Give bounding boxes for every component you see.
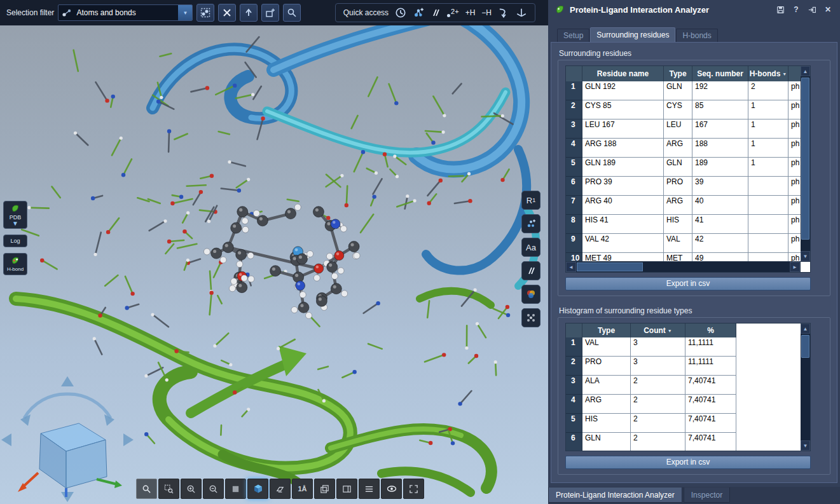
dock-layout-button[interactable] bbox=[336, 479, 357, 499]
cell-seq[interactable]: 49 bbox=[692, 253, 748, 262]
cell-type[interactable]: ARG bbox=[664, 139, 692, 158]
table-row[interactable]: 4 ARG 2 7,40741 bbox=[566, 395, 736, 414]
remove-hydrogens-button[interactable]: −H bbox=[481, 8, 492, 17]
cell-hbonds[interactable]: 1 bbox=[748, 139, 788, 158]
row-number[interactable]: 2 bbox=[566, 357, 582, 376]
cell-type[interactable]: ALA bbox=[582, 376, 631, 395]
add-atoms-button[interactable] bbox=[521, 214, 540, 233]
cell-residue[interactable]: PRO 39 bbox=[582, 177, 664, 196]
log-button[interactable]: Log bbox=[3, 235, 27, 247]
cell-type[interactable]: VAL bbox=[582, 337, 631, 357]
cell-seq[interactable]: 167 bbox=[692, 119, 748, 139]
export-csv-button[interactable]: Export in csv bbox=[565, 277, 811, 290]
cell-percent[interactable]: 7,40741 bbox=[685, 433, 736, 451]
cell-percent[interactable]: 11,1111 bbox=[685, 357, 736, 376]
cell-seq[interactable]: 189 bbox=[692, 158, 748, 177]
cell-extra[interactable]: ph bbox=[788, 234, 801, 253]
r-group-button[interactable]: R1 bbox=[521, 191, 540, 210]
delete-atoms-button[interactable] bbox=[521, 308, 540, 327]
cell-extra[interactable]: ph bbox=[788, 158, 801, 177]
hbond-app-button[interactable]: H-bond bbox=[3, 253, 27, 275]
cell-hbonds[interactable]: 1 bbox=[748, 119, 788, 139]
row-number[interactable]: 8 bbox=[566, 215, 582, 234]
table-row[interactable]: 1 VAL 3 11,1111 bbox=[566, 337, 736, 357]
cell-percent[interactable]: 7,40741 bbox=[685, 376, 736, 395]
cell-seq[interactable]: 85 bbox=[692, 100, 748, 119]
row-number[interactable]: 5 bbox=[566, 414, 582, 433]
cell-type[interactable]: PRO bbox=[582, 357, 631, 376]
cell-type[interactable]: CYS bbox=[664, 100, 692, 119]
color-wheel-button[interactable] bbox=[521, 285, 540, 304]
cell-hbonds[interactable]: 1 bbox=[748, 100, 788, 119]
table-row[interactable]: 4 ARG 188 ARG 188 1 ph bbox=[566, 139, 801, 158]
export-csv-button[interactable]: Export in csv bbox=[565, 456, 811, 469]
zoom-select-button[interactable] bbox=[136, 479, 157, 499]
scroll-right-icon[interactable]: ► bbox=[790, 262, 800, 272]
tab-hbonds[interactable]: H-bonds bbox=[676, 29, 717, 42]
cell-residue[interactable]: ARG 40 bbox=[582, 196, 664, 215]
cell-count[interactable]: 2 bbox=[631, 395, 685, 414]
cell-count[interactable]: 2 bbox=[631, 433, 685, 451]
table-row[interactable]: 9 VAL 42 VAL 42 ph bbox=[566, 234, 801, 253]
table-row[interactable]: 6 PRO 39 PRO 39 ph bbox=[566, 177, 801, 196]
cell-extra[interactable]: ph bbox=[788, 119, 801, 139]
add-atoms-icon[interactable] bbox=[413, 7, 424, 18]
cell-count[interactable]: 2 bbox=[631, 414, 685, 433]
molecule-viewport[interactable]: Selection filter Atoms and bonds ▼ bbox=[0, 0, 548, 504]
cell-type[interactable]: MET bbox=[664, 253, 692, 262]
scroll-down-icon[interactable]: ▼ bbox=[801, 251, 810, 261]
header-type[interactable]: Type bbox=[582, 324, 631, 337]
slab-clipping-button[interactable] bbox=[270, 479, 291, 499]
cell-extra[interactable]: ph bbox=[788, 139, 801, 158]
dock-tab-inspector[interactable]: Inspector bbox=[684, 487, 730, 503]
table-row[interactable]: 5 GLN 189 GLN 189 1 ph bbox=[566, 158, 801, 177]
header-extra[interactable]: ph bbox=[788, 66, 801, 81]
cell-residue[interactable]: GLN 192 bbox=[582, 81, 664, 100]
cell-residue[interactable]: ARG 188 bbox=[582, 139, 664, 158]
copy-view-button[interactable] bbox=[314, 479, 335, 499]
header-blank[interactable] bbox=[566, 324, 582, 337]
chevron-down-icon[interactable]: ▼ bbox=[178, 5, 192, 20]
table-row[interactable]: 1 GLN 192 GLN 192 2 ph bbox=[566, 81, 801, 100]
text-annotation-button[interactable]: Aa bbox=[521, 238, 540, 257]
cell-residue[interactable]: VAL 42 bbox=[582, 234, 664, 253]
cell-extra[interactable]: ph bbox=[788, 253, 801, 262]
row-number[interactable]: 4 bbox=[566, 395, 582, 414]
table-row[interactable]: 3 ALA 2 7,40741 bbox=[566, 376, 736, 395]
header-type[interactable]: Type bbox=[664, 66, 692, 81]
cell-seq[interactable]: 40 bbox=[692, 196, 748, 215]
screenshot-button[interactable] bbox=[225, 479, 246, 499]
row-number[interactable]: 3 bbox=[566, 376, 582, 395]
cell-type[interactable]: GLN bbox=[664, 81, 692, 100]
minimize-energy-icon[interactable] bbox=[498, 7, 509, 18]
clear-selection-button[interactable] bbox=[218, 4, 236, 22]
cell-seq[interactable]: 41 bbox=[692, 215, 748, 234]
header-count[interactable]: Count▼ bbox=[631, 324, 685, 337]
row-number[interactable]: 4 bbox=[566, 139, 582, 158]
header-percent[interactable]: % bbox=[685, 324, 736, 337]
dock-tab-analyzer[interactable]: Protein-Ligand Interaction Analyzer bbox=[548, 487, 682, 503]
table-row[interactable]: 10 MET 49 MET 49 ph bbox=[566, 253, 801, 262]
cell-seq[interactable]: 188 bbox=[692, 139, 748, 158]
scrollbar-thumb[interactable] bbox=[801, 78, 809, 240]
navigation-gizmo[interactable] bbox=[1, 372, 134, 502]
cell-hbonds[interactable] bbox=[748, 253, 788, 262]
row-number[interactable]: 2 bbox=[566, 100, 582, 119]
cell-extra[interactable]: ph bbox=[788, 215, 801, 234]
scroll-up-icon[interactable]: ▲ bbox=[801, 324, 810, 334]
cell-extra[interactable]: ph bbox=[788, 177, 801, 196]
cell-seq[interactable]: 42 bbox=[692, 234, 748, 253]
scrollbar-thumb[interactable] bbox=[801, 335, 809, 358]
horizontal-scrollbar[interactable]: ◄ ► bbox=[565, 262, 801, 273]
bond-tool-button[interactable] bbox=[521, 261, 540, 280]
zoom-out-button[interactable] bbox=[203, 479, 224, 499]
cell-type[interactable]: HIS bbox=[582, 414, 631, 433]
vertical-scrollbar[interactable]: ▲ ▼ bbox=[801, 65, 811, 262]
help-icon[interactable]: ? bbox=[790, 4, 802, 15]
table-row[interactable]: 2 PRO 3 11,1111 bbox=[566, 357, 736, 376]
cell-hbonds[interactable]: 1 bbox=[748, 158, 788, 177]
cell-extra[interactable]: ph bbox=[788, 81, 801, 100]
row-number[interactable]: 1 bbox=[566, 337, 582, 357]
zoom-selection-button[interactable] bbox=[283, 4, 301, 22]
row-number[interactable]: 6 bbox=[566, 433, 582, 451]
